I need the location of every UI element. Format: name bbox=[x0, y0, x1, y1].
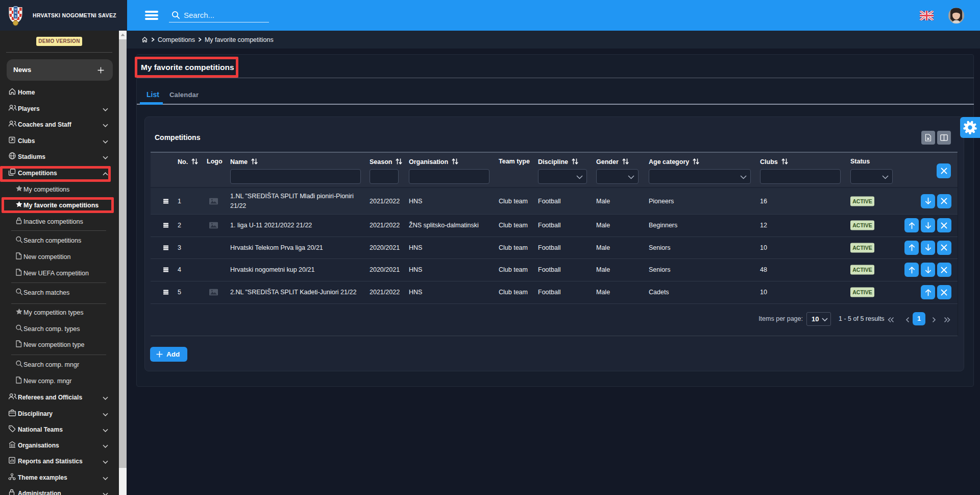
svg-text:N: N bbox=[15, 11, 17, 14]
svg-text:S: S bbox=[15, 15, 17, 18]
svg-text:H: H bbox=[15, 8, 17, 11]
